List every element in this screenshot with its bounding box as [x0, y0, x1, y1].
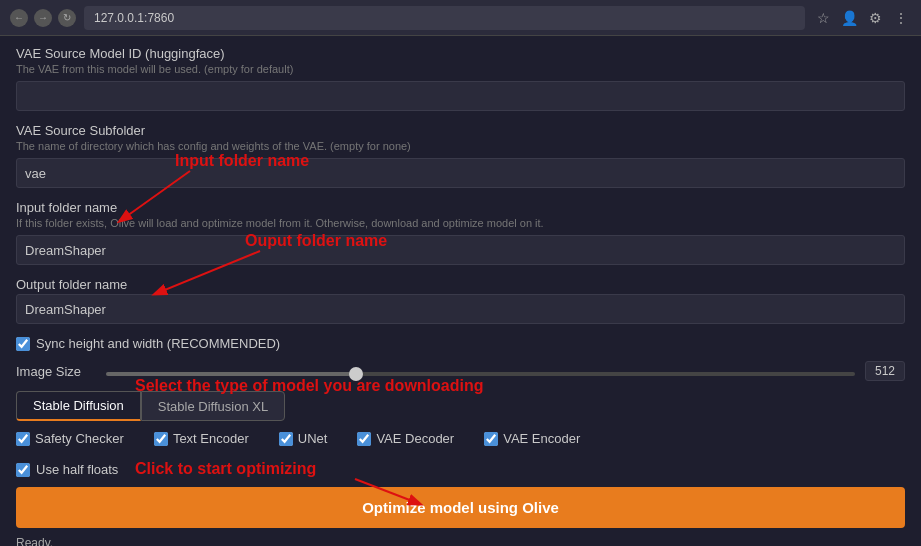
- text-encoder-check: Text Encoder: [154, 431, 249, 446]
- unet-check: UNet: [279, 431, 328, 446]
- vae-encoder-label: VAE Encoder: [503, 431, 580, 446]
- status-bar: Ready.: [16, 534, 905, 546]
- vae-source-group: VAE Source Model ID (huggingface) The VA…: [16, 46, 905, 111]
- vae-encoder-checkbox[interactable]: [484, 432, 498, 446]
- safety-checker-check: Safety Checker: [16, 431, 124, 446]
- main-content: VAE Source Model ID (huggingface) The VA…: [0, 36, 921, 546]
- unet-label: UNet: [298, 431, 328, 446]
- unet-checkbox[interactable]: [279, 432, 293, 446]
- image-size-slider[interactable]: [106, 372, 855, 376]
- vae-decoder-label: VAE Decoder: [376, 431, 454, 446]
- vae-decoder-checkbox[interactable]: [357, 432, 371, 446]
- input-folder-input[interactable]: [16, 235, 905, 265]
- address-bar[interactable]: 127.0.0.1:7860: [84, 6, 805, 30]
- safety-checker-checkbox[interactable]: [16, 432, 30, 446]
- use-half-floats-label: Use half floats: [36, 462, 118, 477]
- sync-checkbox-row: Sync height and width (RECOMMENDED): [16, 336, 905, 351]
- vae-source-hint: The VAE from this model will be used. (e…: [16, 63, 905, 75]
- vae-decoder-check: VAE Decoder: [357, 431, 454, 446]
- url-text: 127.0.0.1:7860: [94, 11, 174, 25]
- menu-icon[interactable]: ⋮: [891, 8, 911, 28]
- vae-source-label: VAE Source Model ID (huggingface): [16, 46, 905, 61]
- back-button[interactable]: ←: [10, 9, 28, 27]
- image-size-row: Image Size 512: [16, 361, 905, 381]
- sync-checkbox-label: Sync height and width (RECOMMENDED): [36, 336, 280, 351]
- input-folder-label: Input folder name: [16, 200, 905, 215]
- text-encoder-label: Text Encoder: [173, 431, 249, 446]
- browser-action-buttons: ☆ 👤 ⚙ ⋮: [813, 8, 911, 28]
- vae-encoder-check: VAE Encoder: [484, 431, 580, 446]
- browser-nav-controls[interactable]: ← → ↻: [10, 9, 76, 27]
- vae-subfolder-hint: The name of directory which has config a…: [16, 140, 905, 152]
- output-folder-group: Output folder name: [16, 277, 905, 324]
- vae-source-input[interactable]: [16, 81, 905, 111]
- sync-checkbox[interactable]: [16, 337, 30, 351]
- image-size-slider-container: [106, 364, 855, 379]
- profile-icon[interactable]: 👤: [839, 8, 859, 28]
- half-floats-row: Use half floats: [16, 462, 905, 477]
- browser-chrome: ← → ↻ 127.0.0.1:7860 ☆ 👤 ⚙ ⋮: [0, 0, 921, 36]
- tab-stable-diffusion[interactable]: Stable Diffusion: [16, 391, 141, 421]
- forward-button[interactable]: →: [34, 9, 52, 27]
- optimize-button[interactable]: Optimize model using Olive: [16, 487, 905, 528]
- model-type-tabs: Stable Diffusion Stable Diffusion XL: [16, 391, 905, 421]
- text-encoder-checkbox[interactable]: [154, 432, 168, 446]
- tab-stable-diffusion-xl[interactable]: Stable Diffusion XL: [141, 391, 285, 421]
- components-row: Safety Checker Text Encoder UNet VAE Dec…: [16, 431, 905, 452]
- bookmark-icon[interactable]: ☆: [813, 8, 833, 28]
- input-folder-hint: If this folder exists, Olive will load a…: [16, 217, 905, 229]
- output-folder-label: Output folder name: [16, 277, 905, 292]
- vae-subfolder-group: VAE Source Subfolder The name of directo…: [16, 123, 905, 188]
- vae-subfolder-label: VAE Source Subfolder: [16, 123, 905, 138]
- input-folder-group: Input folder name If this folder exists,…: [16, 200, 905, 265]
- reload-button[interactable]: ↻: [58, 9, 76, 27]
- extensions-icon[interactable]: ⚙: [865, 8, 885, 28]
- safety-checker-label: Safety Checker: [35, 431, 124, 446]
- image-size-label: Image Size: [16, 364, 96, 379]
- image-size-value: 512: [865, 361, 905, 381]
- use-half-floats-checkbox[interactable]: [16, 463, 30, 477]
- output-folder-input[interactable]: [16, 294, 905, 324]
- vae-subfolder-input[interactable]: [16, 158, 905, 188]
